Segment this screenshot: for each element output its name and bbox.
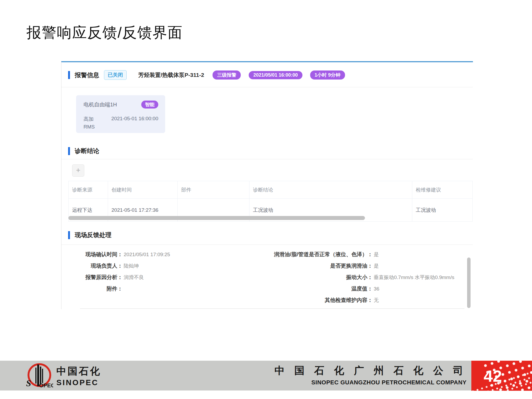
field-value: 润滑不良 xyxy=(124,273,144,281)
svg-text:S: S xyxy=(26,378,31,388)
horizontal-scrollbar[interactable] xyxy=(68,216,365,220)
col-header-source: 诊断来源 xyxy=(69,181,108,199)
field-site-owner: 现场负责人： 陆灿坤 xyxy=(72,262,242,270)
field-temperature: 温度值： 36 xyxy=(266,285,471,293)
field-vibration: 振动大小： 垂直振动0.7mm/s 水平振动0.9mm/s xyxy=(266,273,471,281)
measure-point-metric: RMS xyxy=(84,124,158,130)
field-value: 无 xyxy=(374,296,379,304)
company-name-en: SINOPEC GUANGZHOU PETROCHEMICAL COMPANY xyxy=(275,379,467,386)
field-cause-analysis: 报警原因分析： 润滑不良 xyxy=(72,273,242,281)
sinopec-logo-icon: S OPEC xyxy=(24,362,53,390)
divider xyxy=(61,87,473,87)
measure-point-time: 2021-05-01 16:00:00 xyxy=(111,116,158,123)
col-header-component: 部件 xyxy=(178,181,250,199)
section-accent-bar xyxy=(68,147,70,155)
field-label: 报警原因分析： xyxy=(72,273,123,281)
feedback-form-left: 现场确认时间： 2021/05/01 17:09:25 现场负责人： 陆灿坤 报… xyxy=(72,251,242,296)
diagnosis-table: 诊断来源 创建时间 部件 诊断结论 检维修建议 远程下达 2021-05-01 … xyxy=(68,181,473,222)
section-accent-bar xyxy=(68,71,70,79)
divider xyxy=(80,308,464,309)
field-value: 垂直振动0.7mm/s 水平振动0.9mm/s xyxy=(374,273,454,281)
col-header-suggestion: 检维修建议 xyxy=(412,181,473,199)
vertical-scrollbar[interactable] xyxy=(467,257,471,308)
divider xyxy=(61,159,473,159)
field-value: 2021/05/01 17:09:25 xyxy=(124,251,170,258)
field-lube-replaced: 是否更换润滑油： 是 xyxy=(266,262,471,270)
field-label: 现场确认时间： xyxy=(72,251,123,258)
company-name-block: 中 国 石 化 广 州 石 化 公 司 SINOPEC GUANGZHOU PE… xyxy=(275,364,467,386)
field-other-maintenance: 其他检查维护内容： 无 xyxy=(266,296,471,304)
page-title: 报警响应反馈/反馈界面 xyxy=(27,23,183,43)
alarm-status-badge: 已关闭 xyxy=(104,70,127,80)
alarm-info-header: 报警信息 已关闭 芳烃装置/热载体泵P-311-2 三级报警 2021/05/0… xyxy=(68,70,345,80)
alarm-level-badge: 三级报警 xyxy=(213,70,241,80)
logo-text-cn: 中国石化 xyxy=(56,365,101,378)
field-label: 是否更换润滑油： xyxy=(266,262,373,270)
field-value: 陆灿坤 xyxy=(124,262,139,270)
cell-suggestion: 工况波动 xyxy=(412,199,473,222)
field-confirm-time: 现场确认时间： 2021/05/01 17:09:25 xyxy=(72,251,242,258)
field-attachment: 附件： xyxy=(72,285,242,293)
divider xyxy=(61,244,473,245)
field-label: 润滑油/脂/管道是否正常（液位、色泽）： xyxy=(266,251,373,258)
col-header-conclusion: 诊断结论 xyxy=(250,181,412,199)
page-number: 42 xyxy=(484,366,502,385)
feedback-form-right: 润滑油/脂/管道是否正常（液位、色泽）： 是 是否更换润滑油： 是 振动大小： … xyxy=(266,251,471,308)
alarm-info-title: 报警信息 xyxy=(75,71,99,79)
smart-tag-badge: 智能 xyxy=(141,101,158,109)
add-diagnosis-button[interactable]: + xyxy=(72,164,84,177)
feedback-title: 现场反馈处理 xyxy=(75,231,111,239)
footer-band: S OPEC 中国石化 SINOPEC 中 国 石 化 广 州 石 化 公 司 … xyxy=(0,361,471,390)
field-value: 36 xyxy=(374,285,379,293)
field-value: 是 xyxy=(374,262,379,270)
page-number-block: 42 xyxy=(471,361,532,391)
measure-point-card[interactable]: 电机自由端1H 智能 高加 2021-05-01 16:00:00 RMS xyxy=(76,95,165,133)
alarm-time-badge: 2021/05/01 16:00:00 xyxy=(249,71,302,79)
measure-point-name: 电机自由端1H xyxy=(84,101,117,108)
field-label: 现场负责人： xyxy=(72,262,123,270)
col-header-create-time: 创建时间 xyxy=(108,181,178,199)
svg-text:OPEC: OPEC xyxy=(39,382,53,388)
section-accent-bar xyxy=(68,231,70,239)
table-header-row: 诊断来源 创建时间 部件 诊断结论 检维修建议 xyxy=(69,181,473,199)
field-value: 是 xyxy=(374,251,379,258)
field-label: 其他检查维护内容： xyxy=(266,296,373,304)
field-lube-normal: 润滑油/脂/管道是否正常（液位、色泽）： 是 xyxy=(266,251,471,258)
field-label: 振动大小： xyxy=(266,273,373,281)
company-name-cn: 中 国 石 化 广 州 石 化 公 司 xyxy=(275,364,467,377)
diagnosis-header: 诊断结论 xyxy=(68,147,99,155)
measure-point-position: 高加 xyxy=(84,116,94,123)
alarm-device-name: 芳烃装置/热载体泵P-311-2 xyxy=(138,71,204,79)
sinopec-logo-block: S OPEC 中国石化 SINOPEC xyxy=(24,362,101,390)
field-label: 附件： xyxy=(72,285,123,293)
alarm-feedback-panel: 报警信息 已关闭 芳烃装置/热载体泵P-311-2 三级报警 2021/05/0… xyxy=(61,61,473,309)
alarm-duration-badge: 1小时 9分钟 xyxy=(310,70,345,80)
diagnosis-title: 诊断结论 xyxy=(75,147,99,155)
field-label: 温度值： xyxy=(266,285,373,293)
logo-text-en: SINOPEC xyxy=(56,378,101,387)
feedback-header: 现场反馈处理 xyxy=(68,231,111,239)
